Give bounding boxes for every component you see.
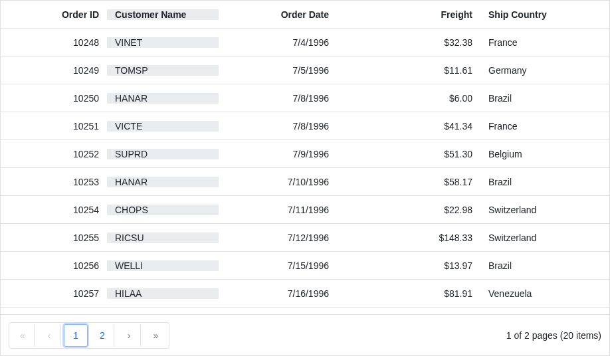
table-row[interactable]: 10255 RICSU 7/12/1996 $148.33 Switzerlan… [1, 224, 609, 252]
cell-order-date: 7/16/1996 [219, 288, 337, 299]
chevrons-left-icon: « [20, 330, 25, 341]
column-header-freight[interactable]: Freight [337, 9, 480, 20]
column-header-ship-country[interactable]: Ship Country [480, 9, 587, 20]
cell-order-id: 10254 [1, 205, 107, 215]
cell-order-date: 7/12/1996 [219, 232, 337, 243]
cell-freight: $13.97 [337, 260, 480, 271]
cell-freight: $11.61 [337, 65, 480, 76]
cell-freight: $32.38 [337, 37, 480, 48]
cell-order-id: 10252 [1, 149, 107, 159]
cell-order-date: 7/8/1996 [219, 121, 337, 132]
cell-order-id: 10256 [1, 260, 107, 271]
table-row[interactable]: 10256 WELLI 7/15/1996 $13.97 Brazil [1, 252, 609, 280]
cell-customer-name: TOMSP [107, 65, 219, 76]
cell-order-id: 10255 [1, 232, 107, 243]
pager: « ‹ 1 2 › » 1 of 2 pages (20 items) [1, 314, 609, 355]
cell-freight: $51.30 [337, 149, 480, 159]
cell-ship-country: France [480, 121, 587, 132]
cell-freight: $81.91 [337, 288, 480, 299]
column-header-order-id[interactable]: Order ID [1, 9, 107, 20]
cell-customer-name: RICSU [107, 232, 219, 243]
pager-buttons: « ‹ 1 2 › » [9, 322, 169, 349]
cell-customer-name: HILAA [107, 288, 219, 299]
table-row[interactable]: 10253 HANAR 7/10/1996 $58.17 Brazil [1, 168, 609, 196]
cell-order-date: 7/15/1996 [219, 260, 337, 271]
cell-customer-name: WELLI [107, 260, 219, 271]
cell-freight: $22.98 [337, 205, 480, 215]
table-row[interactable]: 10249 TOMSP 7/5/1996 $11.61 Germany [1, 56, 609, 84]
cell-customer-name: CHOPS [107, 205, 219, 215]
table-row[interactable]: 10251 VICTE 7/8/1996 $41.34 France [1, 112, 609, 140]
cell-order-date: 7/10/1996 [219, 177, 337, 187]
chevron-left-icon: ‹ [48, 330, 51, 341]
pager-prev-button[interactable]: ‹ [37, 324, 61, 347]
pager-page-1[interactable]: 1 [64, 324, 88, 347]
cell-customer-name: HANAR [107, 93, 219, 104]
cell-order-id: 10248 [1, 37, 107, 48]
table-row[interactable]: 10248 VINET 7/4/1996 $32.38 France [1, 29, 609, 56]
cell-order-date: 7/11/1996 [219, 205, 337, 215]
cell-order-date: 7/4/1996 [219, 37, 337, 48]
cell-freight: $58.17 [337, 177, 480, 187]
cell-freight: $41.34 [337, 121, 480, 132]
cell-ship-country: Germany [480, 65, 587, 76]
pager-info-label: 1 of 2 pages (20 items) [506, 330, 601, 341]
table-row[interactable]: 10252 SUPRD 7/9/1996 $51.30 Belgium [1, 140, 609, 168]
table-row[interactable]: 10257 HILAA 7/16/1996 $81.91 Venezuela [1, 280, 609, 308]
table-row[interactable]: 10254 CHOPS 7/11/1996 $22.98 Switzerland [1, 196, 609, 224]
cell-ship-country: Belgium [480, 149, 587, 159]
cell-customer-name: VICTE [107, 121, 219, 132]
cell-order-date: 7/9/1996 [219, 149, 337, 159]
column-header-row: Order ID Customer Name Order Date Freigh… [1, 1, 609, 29]
table-row[interactable]: 10250 HANAR 7/8/1996 $6.00 Brazil [1, 84, 609, 112]
cell-order-id: 10249 [1, 65, 107, 76]
cell-order-date: 7/5/1996 [219, 65, 337, 76]
cell-ship-country: Brazil [480, 93, 587, 104]
grid-body: 10248 VINET 7/4/1996 $32.38 France 10249… [1, 29, 609, 314]
pager-page-2[interactable]: 2 [90, 324, 114, 347]
pager-first-button[interactable]: « [11, 324, 35, 347]
pager-last-button[interactable]: » [144, 324, 167, 347]
cell-customer-name: HANAR [107, 177, 219, 187]
cell-order-id: 10250 [1, 93, 107, 104]
grid-rows: 10248 VINET 7/4/1996 $32.38 France 10249… [1, 29, 609, 314]
column-header-order-date[interactable]: Order Date [219, 9, 337, 20]
cell-ship-country: Brazil [480, 177, 587, 187]
column-header-customer-name[interactable]: Customer Name [107, 9, 219, 20]
grid-scroll-area[interactable]: 10248 VINET 7/4/1996 $32.38 France 10249… [1, 29, 609, 314]
cell-ship-country: France [480, 37, 587, 48]
pager-next-button[interactable]: › [117, 324, 141, 347]
chevron-right-icon: › [128, 330, 131, 341]
cell-order-date: 7/8/1996 [219, 93, 337, 104]
cell-order-id: 10253 [1, 177, 107, 187]
cell-freight: $148.33 [337, 232, 480, 243]
cell-ship-country: Switzerland [480, 232, 587, 243]
data-grid: Order ID Customer Name Order Date Freigh… [0, 0, 610, 356]
chevrons-right-icon: » [153, 330, 159, 341]
cell-order-id: 10251 [1, 121, 107, 132]
cell-ship-country: Venezuela [480, 288, 587, 299]
cell-freight: $6.00 [337, 93, 480, 104]
cell-order-id: 10257 [1, 288, 107, 299]
cell-customer-name: VINET [107, 37, 219, 48]
cell-ship-country: Switzerland [480, 205, 587, 215]
cell-ship-country: Brazil [480, 260, 587, 271]
cell-customer-name: SUPRD [107, 149, 219, 159]
